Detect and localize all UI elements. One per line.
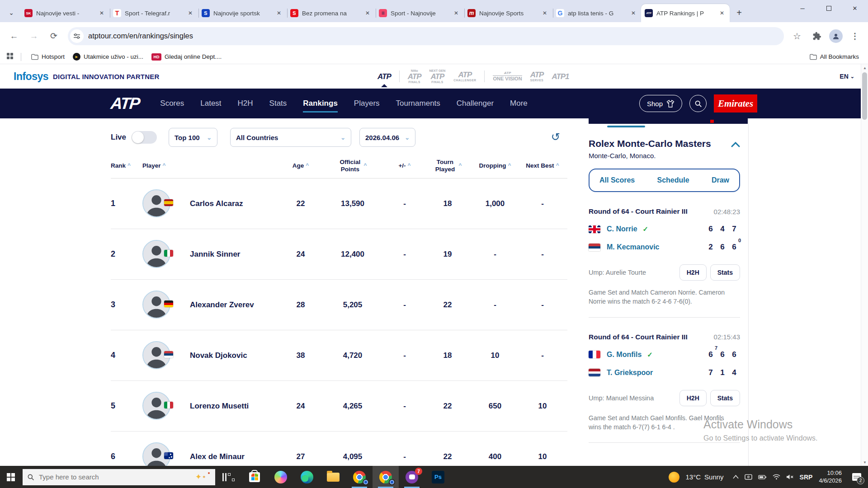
bookmark-hotsport[interactable]: Hotsport: [28, 52, 67, 61]
search-highlights-icon[interactable]: ✦✦: [195, 472, 211, 482]
browser-tab[interactable]: ≡Sport - Najnovije✕: [375, 4, 464, 22]
header-dropping[interactable]: Dropping^: [470, 162, 520, 169]
weather-widget[interactable]: 13°C Sunny: [686, 473, 724, 481]
player-name[interactable]: Lorenzo Musetti: [190, 402, 280, 411]
notification-center-button[interactable]: 2: [850, 466, 863, 488]
tab-close-icon[interactable]: ✕: [186, 9, 194, 17]
date-dropdown[interactable]: 2026.04.06⌄: [359, 128, 415, 147]
profile-avatar-icon[interactable]: [829, 29, 843, 43]
logo-atp-challenger[interactable]: ATPCHALLENGER: [453, 70, 476, 82]
taskbar-app-viber[interactable]: 7: [399, 466, 425, 488]
taskbar-search[interactable]: ✦✦: [23, 469, 215, 485]
infosys-logo[interactable]: Infosys: [14, 70, 48, 83]
tray-volume-muted-icon[interactable]: [786, 474, 794, 480]
logo-atp-serves[interactable]: ATPSERVES: [530, 70, 544, 82]
match-player-name[interactable]: M. Kecmanovic: [607, 243, 659, 251]
tab-close-icon[interactable]: ✕: [363, 9, 372, 17]
live-toggle[interactable]: [132, 131, 157, 144]
language-indicator[interactable]: SRP: [800, 474, 813, 481]
weather-sun-icon[interactable]: [669, 472, 679, 483]
taskbar-search-input[interactable]: [39, 473, 191, 481]
header-player[interactable]: Player^: [142, 162, 280, 169]
player-name[interactable]: Novak Djokovic: [190, 351, 280, 360]
h2h-button[interactable]: H2H: [679, 264, 707, 281]
player-photo[interactable]: [142, 392, 170, 420]
scroll-up-icon[interactable]: ▲: [861, 64, 868, 71]
nav-challenger[interactable]: Challenger: [457, 94, 494, 113]
taskbar-app-chrome-1[interactable]: [346, 466, 373, 488]
stats-button[interactable]: Stats: [710, 390, 740, 406]
taskbar-app-edge[interactable]: [294, 466, 320, 488]
country-dropdown[interactable]: All Countries⌄: [230, 128, 351, 147]
player-name[interactable]: Jannik Sinner: [190, 250, 280, 259]
player-name[interactable]: Alexander Zverev: [190, 300, 280, 310]
logo-atp[interactable]: ATP: [377, 72, 391, 81]
nav-scores[interactable]: Scores: [160, 94, 184, 113]
nav-more[interactable]: More: [510, 94, 528, 113]
minimize-button[interactable]: ─: [789, 0, 816, 16]
browser-tab[interactable]: TSport - Telegraf.r✕: [109, 4, 198, 22]
tournament-title[interactable]: Rolex Monte-Carlo Masters: [589, 138, 711, 149]
address-bar[interactable]: atptour.com/en/rankings/singles: [68, 27, 784, 45]
taskbar-app-chrome-2-active[interactable]: [373, 466, 399, 488]
apps-grid-icon[interactable]: [6, 52, 14, 61]
bookmark-utakmice[interactable]: ▶ Utakmice uživo - uzi...: [70, 52, 146, 62]
start-button[interactable]: [0, 466, 22, 488]
scrollbar-thumb[interactable]: [862, 72, 867, 120]
refresh-icon[interactable]: ↻: [551, 131, 560, 143]
page-scrollbar[interactable]: ▲ ▼: [861, 64, 868, 466]
all-bookmarks-button[interactable]: All Bookmarks: [807, 52, 862, 61]
nav-rankings[interactable]: Rankings: [303, 94, 338, 113]
player-photo[interactable]: [142, 189, 170, 217]
browser-tab[interactable]: SNajnovije sportsk✕: [198, 4, 287, 22]
tray-display-icon[interactable]: [745, 474, 752, 480]
table-row[interactable]: 4 Novak Djokovic 38 4,720 - 18 10 -: [111, 330, 567, 381]
nav-h2h[interactable]: H2H: [238, 94, 253, 113]
site-info-icon[interactable]: [70, 29, 84, 43]
logo-next-gen-finals[interactable]: NEXT GENATPFINALS: [429, 69, 446, 84]
tab-close-icon[interactable]: ✕: [541, 9, 549, 17]
logo-atp1[interactable]: ATP1: [552, 72, 569, 81]
browser-tab[interactable]: SBez promena na✕: [287, 4, 375, 22]
taskbar-app-taskview[interactable]: [215, 466, 241, 488]
browser-tab[interactable]: Gatp lista tenis - G✕: [552, 4, 641, 22]
tab-schedule[interactable]: Schedule: [657, 176, 689, 184]
nav-latest[interactable]: Latest: [200, 94, 221, 113]
stats-button[interactable]: Stats: [710, 264, 740, 281]
taskbar-app-photoshop[interactable]: Ps: [425, 466, 451, 488]
nav-players[interactable]: Players: [354, 94, 380, 113]
tab-close-icon[interactable]: ✕: [452, 9, 460, 17]
menu-kebab-icon[interactable]: ⋮: [847, 28, 863, 44]
player-name[interactable]: Carlos Alcaraz: [190, 199, 280, 208]
shop-button[interactable]: Shop: [639, 95, 682, 112]
h2h-button[interactable]: H2H: [679, 390, 707, 406]
emirates-logo[interactable]: Emirates: [714, 94, 757, 113]
header-rank[interactable]: Rank^: [111, 162, 142, 169]
tab-close-icon[interactable]: ✕: [718, 9, 726, 17]
tray-wifi-icon[interactable]: [773, 474, 780, 480]
scroll-down-icon[interactable]: ▼: [861, 459, 868, 466]
language-selector[interactable]: EN ⌄: [840, 73, 854, 80]
header-points[interactable]: Official Points^: [321, 159, 384, 173]
browser-tab[interactable]: SKNajnovije vesti -✕: [21, 4, 109, 22]
tab-close-icon[interactable]: ✕: [629, 9, 637, 17]
new-tab-button[interactable]: +: [732, 6, 746, 19]
tab-all-scores[interactable]: All Scores: [599, 176, 635, 184]
taskbar-clock[interactable]: 10:06 4/6/2026: [819, 469, 842, 485]
nav-tournaments[interactable]: Tournaments: [396, 94, 440, 113]
bookmark-gledaj[interactable]: HD Gledaj online Dept....: [149, 52, 224, 62]
atp-logo[interactable]: ATP: [110, 94, 141, 113]
maximize-button[interactable]: [816, 0, 842, 16]
nav-stats[interactable]: Stats: [269, 94, 287, 113]
browser-tab-active[interactable]: ATPATP Rankings | P✕: [641, 4, 730, 22]
tab-draw[interactable]: Draw: [712, 176, 729, 184]
table-row[interactable]: 5 Lorenzo Musetti 24 4,265 - 22 650 10: [111, 381, 567, 432]
browser-tab[interactable]: mNajnovije Sports✕: [464, 4, 552, 22]
header-next-best[interactable]: Next Best^: [520, 162, 565, 169]
forward-icon[interactable]: →: [25, 28, 42, 45]
header-plusminus[interactable]: +/-^: [384, 162, 425, 169]
player-photo[interactable]: [142, 341, 170, 369]
tray-chevron-up-icon[interactable]: [733, 475, 739, 479]
bookmark-star-icon[interactable]: ☆: [789, 28, 805, 44]
tab-close-icon[interactable]: ✕: [98, 9, 106, 17]
